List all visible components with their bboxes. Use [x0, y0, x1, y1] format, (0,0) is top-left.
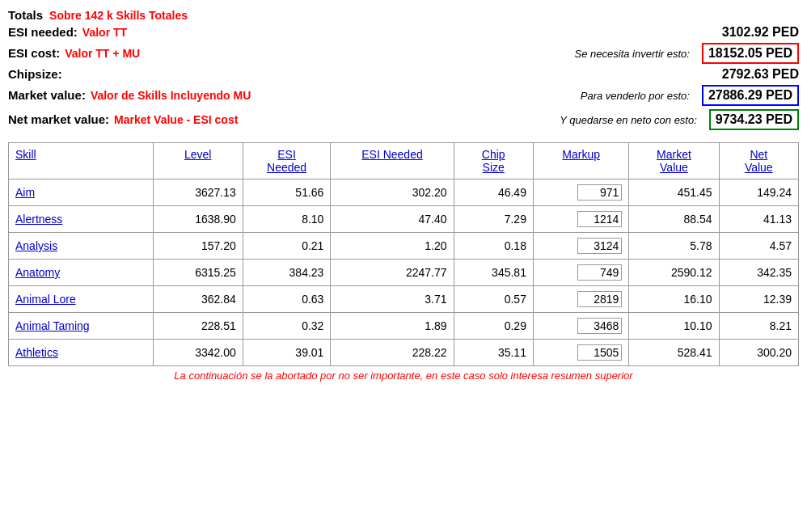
- cell-net_value-4: 12.39: [719, 286, 798, 313]
- market-value-label: Market value:: [8, 88, 86, 102]
- col-markup-link[interactable]: Markup: [562, 148, 600, 161]
- cell-esi_needed-6: 39.01: [243, 340, 331, 366]
- cell-esi_needed-4: 0.63: [243, 286, 331, 313]
- table-row: Analysis157.200.211.200.185.784.57: [9, 233, 799, 260]
- cell-esi_cost-2: 1.20: [331, 233, 454, 260]
- cell-net_value-6: 300.20: [719, 340, 798, 366]
- table-row: Athletics3342.0039.01228.2235.11528.4130…: [9, 340, 799, 366]
- skill-link-5[interactable]: Animal Taming: [15, 319, 90, 332]
- col-header-esi-cost[interactable]: ESI Needed: [331, 143, 454, 179]
- net-market-value-row: Net market value: Market Value - ESI cos…: [8, 109, 799, 130]
- col-level-link[interactable]: Level: [184, 148, 211, 161]
- col-skill-link[interactable]: Skill: [15, 148, 36, 161]
- cell-net_value-5: 8.21: [719, 313, 798, 340]
- markup-input-6[interactable]: [577, 344, 622, 361]
- cell-esi_needed-1: 8.10: [243, 206, 331, 233]
- col-header-skill[interactable]: Skill: [9, 143, 154, 179]
- cell-esi_needed-3: 384.23: [243, 260, 331, 286]
- net-market-value-desc: Market Value - ESI cost: [114, 113, 238, 126]
- cell-market_value-0: 451.45: [629, 179, 719, 206]
- cell-skill-6: Athletics: [9, 340, 154, 366]
- cell-esi_cost-4: 3.71: [331, 286, 454, 313]
- totals-row: Totals Sobre 142 k Skills Totales: [8, 8, 799, 22]
- cell-net_value-0: 149.24: [719, 179, 798, 206]
- net-market-value-amount: 9734.23 PED: [709, 109, 799, 130]
- skill-link-0[interactable]: Aim: [15, 186, 35, 199]
- skill-link-4[interactable]: Animal Lore: [15, 293, 76, 306]
- cell-skill-0: Aim: [9, 179, 154, 206]
- cell-chip_size-0: 46.49: [454, 179, 533, 206]
- table-header-row: Skill Level ESINeeded ESI Needed ChipSiz…: [9, 143, 799, 179]
- markup-input-2[interactable]: [577, 238, 622, 254]
- cell-skill-5: Animal Taming: [9, 313, 154, 340]
- chipsize-label: Chipsize:: [8, 67, 62, 81]
- markup-input-1[interactable]: [577, 211, 622, 227]
- cell-level-2: 157.20: [153, 233, 243, 260]
- cell-level-0: 3627.13: [153, 179, 243, 206]
- cell-esi_needed-0: 51.66: [243, 179, 331, 206]
- cell-chip_size-2: 0.18: [454, 233, 533, 260]
- col-net-value-link[interactable]: NetValue: [745, 148, 773, 174]
- cell-market_value-3: 2590.12: [629, 260, 719, 286]
- cell-net_value-2: 4.57: [719, 233, 798, 260]
- cell-skill-1: Alertness: [9, 206, 154, 233]
- cell-skill-2: Analysis: [9, 233, 154, 260]
- skill-link-2[interactable]: Analysis: [15, 239, 57, 252]
- cell-market_value-4: 16.10: [629, 286, 719, 313]
- cell-chip_size-5: 0.29: [454, 313, 533, 340]
- totals-label: Totals: [8, 8, 43, 22]
- chipsize-amount: 2792.63 PED: [722, 67, 799, 81]
- col-header-markup[interactable]: Markup: [533, 143, 628, 179]
- cell-level-4: 362.84: [153, 286, 243, 313]
- cell-markup-3: [533, 260, 628, 286]
- table-row: Animal Taming228.510.321.890.2910.108.21: [9, 313, 799, 340]
- cell-net_value-3: 342.35: [719, 260, 798, 286]
- markup-input-3[interactable]: [577, 264, 622, 281]
- esi-needed-amount: 3102.92 PED: [722, 25, 799, 39]
- skill-link-3[interactable]: Anatomy: [15, 266, 60, 279]
- cell-skill-4: Animal Lore: [9, 286, 154, 313]
- cell-markup-5: [533, 313, 628, 340]
- markup-input-4[interactable]: [577, 291, 622, 307]
- col-header-market-value[interactable]: MarketValue: [629, 143, 719, 179]
- markup-input-0[interactable]: [577, 184, 622, 201]
- skill-link-1[interactable]: Alertness: [15, 213, 62, 226]
- table-row: Alertness1638.908.1047.407.2988.5441.13: [9, 206, 799, 233]
- cell-market_value-1: 88.54: [629, 206, 719, 233]
- col-chip-size-link[interactable]: ChipSize: [482, 148, 505, 174]
- col-header-esi-needed[interactable]: ESINeeded: [243, 143, 331, 179]
- esi-needed-row: ESI needed: Valor TT 3102.92 PED: [8, 25, 799, 40]
- markup-input-5[interactable]: [577, 318, 622, 334]
- cell-markup-4: [533, 286, 628, 313]
- col-header-level[interactable]: Level: [153, 143, 243, 179]
- esi-cost-row: ESI cost: Valor TT + MU Se necesita inve…: [8, 43, 799, 64]
- table-row: Anatomy6315.25384.232247.77345.812590.12…: [9, 260, 799, 286]
- cell-skill-3: Anatomy: [9, 260, 154, 286]
- cell-chip_size-1: 7.29: [454, 206, 533, 233]
- esi-cost-note: Se necesita invertir esto:: [575, 48, 690, 60]
- esi-needed-desc: Valor TT: [82, 26, 127, 39]
- market-value-row: Market value: Valor de Skills Incluyendo…: [8, 85, 799, 106]
- cell-level-5: 228.51: [153, 313, 243, 340]
- col-esi-cost-link[interactable]: ESI Needed: [361, 148, 423, 161]
- cell-esi_needed-5: 0.32: [243, 313, 331, 340]
- esi-cost-desc: Valor TT + MU: [65, 47, 140, 60]
- col-header-chip-size[interactable]: ChipSize: [454, 143, 533, 179]
- totals-value: Sobre 142 k Skills Totales: [49, 9, 188, 22]
- cell-chip_size-6: 35.11: [454, 340, 533, 366]
- net-market-value-label: Net market value:: [8, 112, 109, 126]
- chipsize-row: Chipsize: 2792.63 PED: [8, 67, 799, 82]
- col-header-net-value[interactable]: NetValue: [719, 143, 798, 179]
- col-esi-needed-link[interactable]: ESINeeded: [267, 148, 306, 174]
- skill-link-6[interactable]: Athletics: [15, 346, 58, 359]
- summary-section: Totals Sobre 142 k Skills Totales ESI ne…: [8, 8, 799, 130]
- cell-esi_needed-2: 0.21: [243, 233, 331, 260]
- cell-chip_size-3: 345.81: [454, 260, 533, 286]
- footer-note: La continuación se la abortado por no se…: [8, 369, 799, 382]
- cell-markup-1: [533, 206, 628, 233]
- esi-cost-label: ESI cost:: [8, 46, 60, 60]
- col-market-value-link[interactable]: MarketValue: [657, 148, 691, 174]
- table-row: Animal Lore362.840.633.710.5716.1012.39: [9, 286, 799, 313]
- net-market-value-note: Y quedarse en neto con esto:: [560, 114, 697, 126]
- cell-esi_cost-6: 228.22: [331, 340, 454, 366]
